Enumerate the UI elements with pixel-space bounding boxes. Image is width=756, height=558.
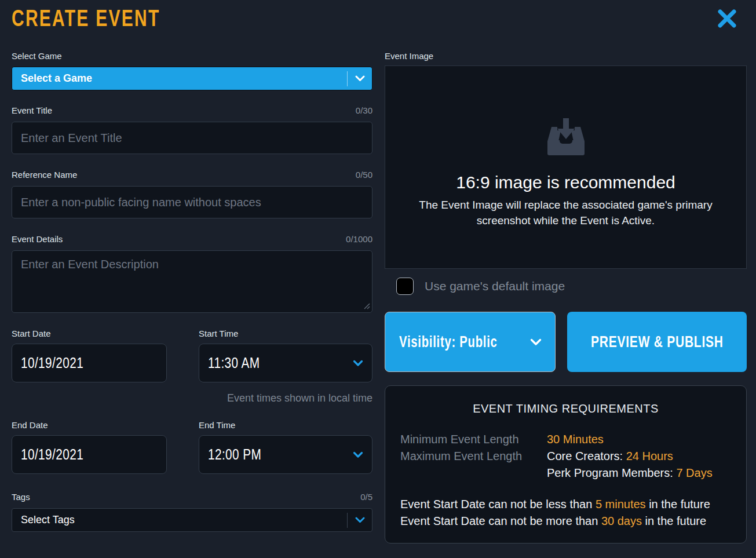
default-image-row: Use game's default image: [385, 278, 747, 295]
event-details-wrap: [12, 250, 372, 313]
event-image-label-row: Event Image: [385, 51, 747, 61]
end-time-label: End Time: [199, 420, 235, 431]
event-details-textarea[interactable]: [12, 250, 372, 313]
reference-name-counter: 0/50: [356, 170, 372, 180]
timing-row-value: Core Creators: 24 Hours: [547, 448, 731, 465]
timing-table: Minimum Event Length 30 Minutes Maximum …: [385, 431, 746, 482]
reference-name-label-row: Reference Name 0/50: [12, 170, 372, 180]
select-game-label-row: Select Game: [12, 51, 372, 61]
start-time-label: Start Time: [199, 329, 238, 339]
start-time-field: Start Time 11:30 AM: [199, 329, 372, 382]
page-title: CREATE EVENT: [12, 6, 210, 30]
start-row: Start Date 10/19/2021 Start Time 11:30 A…: [12, 329, 372, 382]
start-time-value: 11:30 AM: [208, 354, 273, 372]
start-time-select[interactable]: 11:30 AM: [199, 344, 372, 382]
tags-dropdown[interactable]: Select Tags: [12, 508, 372, 532]
end-time-label-row: End Time: [199, 420, 372, 431]
event-title-input[interactable]: [12, 122, 372, 154]
end-time-field: End Time 12:00 PM: [199, 420, 372, 474]
image-column: Event Image 16:9 image is recomm: [385, 51, 747, 544]
upload-inbox-icon: [543, 118, 589, 156]
chevron-down-icon: [355, 517, 365, 523]
chevron-down-icon: [530, 338, 542, 346]
timing-requirements-panel: EVENT TIMING REQUIREMENTS Minimum Event …: [385, 385, 747, 544]
end-date-label: End Date: [12, 420, 48, 431]
end-date-field: End Date 10/19/2021: [12, 420, 167, 474]
select-game-dropdown[interactable]: Select a Game: [12, 67, 372, 90]
timing-row-label: Minimum Event Length: [400, 431, 547, 448]
tags-label-row: Tags 0/5: [12, 492, 372, 502]
event-details-counter: 0/1000: [346, 234, 372, 245]
tags-counter: 0/5: [360, 492, 372, 502]
timing-note: Event Start Date can not be more than 30…: [400, 513, 731, 530]
event-image-label: Event Image: [385, 51, 433, 61]
default-image-checkbox[interactable]: [396, 278, 414, 295]
start-date-field: Start Date 10/19/2021: [12, 329, 167, 382]
start-date-label: Start Date: [12, 329, 51, 339]
start-date-value: 10/19/2021: [21, 354, 99, 372]
event-title-label-row: Event Title 0/30: [12, 105, 372, 116]
timing-heading: EVENT TIMING REQUIREMENTS: [385, 402, 746, 415]
start-time-label-row: Start Time: [199, 329, 372, 339]
tags-label: Tags: [12, 492, 30, 502]
chevron-down-icon: [353, 360, 363, 367]
chevron-down-icon: [353, 451, 363, 458]
select-game-value: Select a Game: [21, 72, 92, 85]
event-title-counter: 0/30: [356, 105, 372, 116]
select-game-label: Select Game: [12, 51, 62, 61]
dropdown-divider: [347, 71, 348, 86]
end-date-value: 10/19/2021: [21, 446, 99, 464]
form-column: Select Game Select a Game Event Title 0/…: [12, 51, 372, 544]
visibility-value: Visibility: Public: [399, 333, 530, 351]
end-time-select[interactable]: 12:00 PM: [199, 435, 372, 474]
actions-row: Visibility: Public PREVIEW & PUBLISH: [385, 312, 747, 372]
local-time-note: Event times shown in local time: [12, 392, 372, 404]
timing-row-label: [400, 465, 547, 482]
timing-note: Event Start Date can not be less than 5 …: [400, 496, 731, 513]
visibility-dropdown[interactable]: Visibility: Public: [385, 312, 556, 372]
event-details-label-row: Event Details 0/1000: [12, 234, 372, 245]
end-time-value: 12:00 PM: [208, 446, 275, 464]
modal-header: CREATE EVENT: [0, 0, 756, 27]
end-row: End Date 10/19/2021 End Time 12:00 PM: [12, 420, 372, 474]
timing-row-label: Maximum Event Length: [400, 448, 547, 465]
close-icon: [717, 22, 737, 31]
image-recommendation-heading: 16:9 image is recommended: [456, 173, 675, 192]
reference-name-input[interactable]: [12, 186, 372, 218]
start-date-input[interactable]: 10/19/2021: [12, 344, 167, 382]
timing-row-value: 30 Minutes: [547, 431, 731, 448]
event-details-label: Event Details: [12, 234, 63, 245]
timing-notes: Event Start Date can not be less than 5 …: [385, 496, 746, 530]
reference-name-label: Reference Name: [12, 170, 77, 180]
start-date-label-row: Start Date: [12, 329, 167, 339]
close-button[interactable]: [717, 8, 737, 29]
timing-row-value: Perk Program Members: 7 Days: [547, 465, 731, 482]
dropdown-divider: [347, 513, 348, 528]
image-caption: The Event Image will replace the associa…: [404, 197, 728, 228]
end-date-input[interactable]: 10/19/2021: [12, 435, 167, 474]
event-title-label: Event Title: [12, 105, 52, 116]
default-image-checkbox-label: Use game's default image: [425, 279, 565, 293]
modal-body: Select Game Select a Game Event Title 0/…: [0, 27, 756, 544]
chevron-down-icon: [355, 75, 365, 82]
preview-publish-label: PREVIEW & PUBLISH: [569, 333, 746, 351]
event-image-dropzone[interactable]: 16:9 image is recommended The Event Imag…: [385, 65, 747, 269]
end-date-label-row: End Date: [12, 420, 167, 431]
tags-value: Select Tags: [21, 514, 75, 526]
preview-publish-button[interactable]: PREVIEW & PUBLISH: [567, 312, 747, 372]
